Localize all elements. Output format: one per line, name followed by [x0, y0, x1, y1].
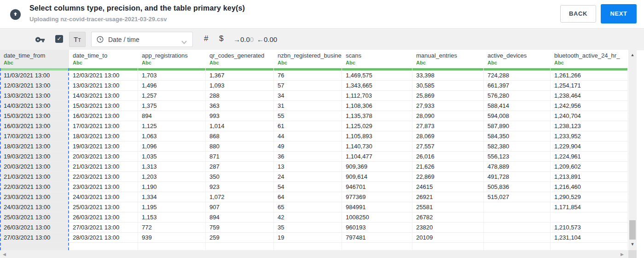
table-cell[interactable]: 55: [274, 111, 342, 121]
table-cell[interactable]: 27,557: [412, 141, 484, 152]
table-cell[interactable]: 1,112,703: [342, 91, 412, 101]
table-cell[interactable]: 1,108,306: [342, 101, 412, 111]
table-cell[interactable]: 30,585: [412, 81, 484, 91]
table-cell[interactable]: 26/03/2021 13:00: [0, 223, 69, 233]
column-header-nzbn_registered_busine[interactable]: nzbn_registered_busineAbc: [274, 50, 342, 70]
table-cell[interactable]: 35: [274, 223, 342, 233]
vertical-scrollbar-thumb[interactable]: [629, 220, 636, 240]
column-header-date_time_from[interactable]: date_time_fromAbc: [0, 50, 69, 70]
table-cell[interactable]: 909,614: [342, 172, 412, 182]
table-cell[interactable]: 1,343,665: [342, 81, 412, 91]
table-cell[interactable]: 15/03/2021 13:00: [69, 101, 138, 111]
table-cell[interactable]: 19/03/2021 13:00: [69, 141, 138, 152]
table-cell[interactable]: 17/03/2021 13:00: [0, 131, 69, 141]
table-cell[interactable]: 26/03/2021 13:00: [69, 212, 138, 223]
table-cell[interactable]: 1,104,477: [342, 152, 412, 162]
table-cell[interactable]: 27/03/2021 13:00: [69, 223, 138, 233]
scroll-down-arrow-icon[interactable]: ▼: [628, 242, 637, 246]
table-cell[interactable]: 1,125,029: [342, 121, 412, 131]
column-type-dropdown[interactable]: Date / time: [91, 32, 193, 47]
next-button[interactable]: NEXT: [601, 4, 637, 23]
table-cell[interactable]: [484, 212, 551, 223]
table-cell[interactable]: 24/03/2021 13:00: [0, 202, 69, 212]
table-cell[interactable]: 64: [274, 192, 342, 202]
table-cell[interactable]: 44: [274, 131, 342, 141]
table-cell[interactable]: 491,728: [484, 172, 551, 182]
table-cell[interactable]: 868: [206, 131, 274, 141]
column-header-bluetooth_active_24_hr_[interactable]: bluetooth_active_24_hr_Abc: [551, 50, 628, 70]
table-cell[interactable]: 23/03/2021 13:00: [69, 182, 138, 192]
table-cell[interactable]: 1,375: [138, 101, 206, 111]
table-cell[interactable]: 57: [274, 81, 342, 91]
table-cell[interactable]: 556,123: [484, 152, 551, 162]
table-cell[interactable]: 15/03/2021 13:00: [0, 111, 69, 121]
table-cell[interactable]: 772: [138, 223, 206, 233]
table-cell[interactable]: 25,869: [412, 91, 484, 101]
table-cell[interactable]: 1,257: [138, 91, 206, 101]
table-cell[interactable]: [484, 233, 551, 243]
scroll-right-arrow-icon[interactable]: ▶: [621, 252, 624, 257]
table-cell[interactable]: 1,496: [138, 81, 206, 91]
column-header-qr_codes_generated[interactable]: qr_codes_generatedAbc: [206, 50, 274, 70]
table-cell[interactable]: 1,313: [138, 162, 206, 172]
table-cell[interactable]: 11/03/2021 13:00: [0, 70, 69, 81]
table-cell[interactable]: 24: [274, 172, 342, 182]
table-cell[interactable]: 1,261,266: [551, 70, 628, 81]
table-cell[interactable]: 49: [274, 141, 342, 152]
column-header-scans[interactable]: scansAbc: [342, 50, 412, 70]
table-cell[interactable]: 20/03/2021 13:00: [0, 162, 69, 172]
table-cell[interactable]: 661,397: [484, 81, 551, 91]
table-cell[interactable]: 478,889: [484, 162, 551, 172]
table-cell[interactable]: 584,350: [484, 131, 551, 141]
table-cell[interactable]: 1,190: [138, 182, 206, 192]
table-cell[interactable]: 871: [206, 152, 274, 162]
table-cell[interactable]: 1,093: [206, 81, 274, 91]
table-cell[interactable]: 1,224,961: [551, 152, 628, 162]
table-cell[interactable]: 1,254,171: [551, 81, 628, 91]
table-cell[interactable]: 65: [274, 202, 342, 212]
table-cell[interactable]: 1,125: [138, 121, 206, 131]
table-cell[interactable]: 27,933: [412, 101, 484, 111]
table-cell[interactable]: 1,140,730: [342, 141, 412, 152]
table-cell[interactable]: 26921: [412, 192, 484, 202]
table-cell[interactable]: 27,873: [412, 121, 484, 131]
table-cell[interactable]: 1,238,123: [551, 121, 628, 131]
table-cell[interactable]: 1,171,854: [551, 202, 628, 212]
table-cell[interactable]: 1,035: [138, 152, 206, 162]
table-cell[interactable]: 22/03/2021 13:00: [69, 172, 138, 182]
table-cell[interactable]: 22,869: [412, 172, 484, 182]
table-cell[interactable]: 759: [206, 223, 274, 233]
table-cell[interactable]: 923: [206, 182, 274, 192]
table-cell[interactable]: 1,240,704: [551, 111, 628, 121]
table-cell[interactable]: 1,014: [206, 121, 274, 131]
table-cell[interactable]: 31: [274, 101, 342, 111]
table-cell[interactable]: 1,703: [138, 70, 206, 81]
table-cell[interactable]: 1,290,529: [551, 192, 628, 202]
table-cell[interactable]: [484, 223, 551, 233]
table-cell[interactable]: 13/03/2021 13:00: [69, 81, 138, 91]
table-cell[interactable]: 939: [138, 233, 206, 243]
table-cell[interactable]: 1,238,464: [551, 91, 628, 101]
table-cell[interactable]: 13/03/2021 13:00: [0, 91, 69, 101]
table-cell[interactable]: 505,836: [484, 182, 551, 192]
table-cell[interactable]: 26782: [412, 212, 484, 223]
table-cell[interactable]: 894: [138, 111, 206, 121]
table-cell[interactable]: 1,367: [206, 70, 274, 81]
table-cell[interactable]: 28/03/2021 13:00: [69, 233, 138, 243]
table-cell[interactable]: 993: [206, 111, 274, 121]
table-cell[interactable]: [484, 202, 551, 212]
table-cell[interactable]: 515,027: [484, 192, 551, 202]
table-cell[interactable]: 576,280: [484, 91, 551, 101]
table-cell[interactable]: 1,063: [138, 131, 206, 141]
table-cell[interactable]: 259: [206, 233, 274, 243]
table-cell[interactable]: 17/03/2021 13:00: [69, 121, 138, 131]
table-cell[interactable]: 1,233,952: [551, 131, 628, 141]
table-cell[interactable]: 36: [274, 152, 342, 162]
table-cell[interactable]: 20109: [412, 233, 484, 243]
table-cell[interactable]: 363: [206, 101, 274, 111]
table-cell[interactable]: 1,229,904: [551, 141, 628, 152]
table-cell[interactable]: 18/03/2021 13:00: [69, 131, 138, 141]
table-cell[interactable]: 350: [206, 172, 274, 182]
table-cell[interactable]: 25581: [412, 202, 484, 212]
table-cell[interactable]: 16/03/2021 13:00: [69, 111, 138, 121]
